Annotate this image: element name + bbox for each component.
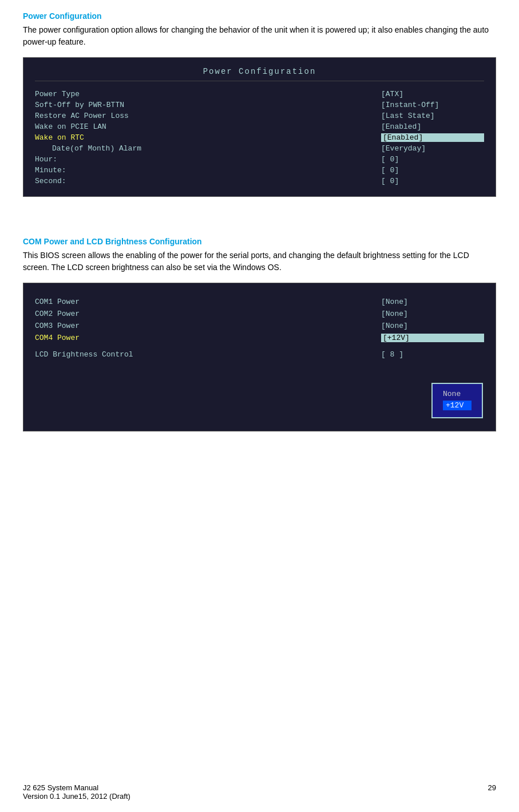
bios-screen-2: COM1 Power [None] COM2 Power [None] COM3… <box>23 283 496 431</box>
bios-value-com1: [None] <box>381 298 484 306</box>
bios-row-date-alarm: Date(of Month) Alarm [Everyday] <box>35 144 484 153</box>
section-1-desc: The power configuration option allows fo… <box>23 24 496 48</box>
bios-value-wake-rtc: [Enabled] <box>381 133 484 142</box>
bios-value-hour: [ 0] <box>381 155 484 164</box>
dropdown-option-none[interactable]: None <box>443 390 472 398</box>
footer-version: Version 0.1 June15, 2012 (Draft) <box>23 792 130 801</box>
bios-screen-1: Power Configuration Power Type [ATX] Sof… <box>23 57 496 197</box>
bios-label-second: Second: <box>35 177 66 185</box>
bios-row-wake-pcie: Wake on PCIE LAN [Enabled] <box>35 122 484 132</box>
section-2-desc: This BIOS screen allows the enabling of … <box>23 249 496 274</box>
bios-label-lcd: LCD Brightness Control <box>35 350 133 359</box>
bios-row-power-type: Power Type [ATX] <box>35 89 484 99</box>
section-2: COM Power and LCD Brightness Configurati… <box>23 237 496 431</box>
bios-label-soft-off: Soft-Off by PWR-BTTN <box>35 101 124 109</box>
bios-value-date-alarm: [Everyday] <box>381 144 484 153</box>
bios-label-power-type: Power Type <box>35 90 80 98</box>
bios-row-minute: Minute: [ 0] <box>35 165 484 175</box>
bios-row-com2: COM2 Power [None] <box>35 309 484 319</box>
bios-label-com1: COM1 Power <box>35 298 80 306</box>
bios-label-com4: COM4 Power <box>35 334 80 342</box>
bios-label-date-alarm: Date(of Month) Alarm <box>35 144 141 153</box>
bios-value-restore-ac: [Last State] <box>381 112 484 120</box>
section-1-title: Power Configuration <box>23 11 496 21</box>
bios-label-restore-ac: Restore AC Power Loss <box>35 112 129 120</box>
bios-label-hour: Hour: <box>35 155 57 164</box>
footer-left: J2 625 System Manual Version 0.1 June15,… <box>23 783 130 801</box>
bios-row-com4: COM4 Power [+12V] <box>35 333 484 343</box>
bios-value-com3: [None] <box>381 322 484 330</box>
bios-value-minute: [ 0] <box>381 166 484 175</box>
bios-row-soft-off: Soft-Off by PWR-BTTN [Instant-Off] <box>35 100 484 110</box>
bios-value-com4: [+12V] <box>381 334 484 342</box>
bios-label-com3: COM3 Power <box>35 322 80 330</box>
bios-label-wake-rtc: Wake on RTC <box>35 133 84 142</box>
section-2-title: COM Power and LCD Brightness Configurati… <box>23 237 496 246</box>
bios-row-com1: COM1 Power [None] <box>35 297 484 307</box>
bios-row-com3: COM3 Power [None] <box>35 321 484 331</box>
bios-row-lcd: LCD Brightness Control [ 8 ] <box>35 350 484 359</box>
bios-value-power-type: [ATX] <box>381 90 484 98</box>
bios-row-second: Second: [ 0] <box>35 176 484 186</box>
bios-value-second: [ 0] <box>381 177 484 185</box>
dropdown-option-12v[interactable]: +12V <box>443 401 472 410</box>
footer-page-number: 29 <box>488 783 496 801</box>
bios-row-wake-rtc: Wake on RTC [Enabled] <box>35 133 484 142</box>
bios-label-wake-pcie: Wake on PCIE LAN <box>35 122 106 131</box>
bios-label-minute: Minute: <box>35 166 66 175</box>
bios-value-wake-pcie: [Enabled] <box>381 122 484 131</box>
bios-value-soft-off: [Instant-Off] <box>381 101 484 109</box>
section-1: Power Configuration The power configurat… <box>23 11 496 197</box>
bios-row-restore-ac: Restore AC Power Loss [Last State] <box>35 111 484 121</box>
footer-manual-title: J2 625 System Manual <box>23 783 130 792</box>
com4-dropdown-popup[interactable]: None +12V <box>431 383 483 418</box>
bios-label-com2: COM2 Power <box>35 310 80 318</box>
bios-value-com2: [None] <box>381 310 484 318</box>
bios-value-lcd: [ 8 ] <box>381 350 484 359</box>
bios-screen-1-title: Power Configuration <box>35 67 484 81</box>
bios-row-hour: Hour: [ 0] <box>35 155 484 164</box>
page-footer: J2 625 System Manual Version 0.1 June15,… <box>23 783 496 801</box>
